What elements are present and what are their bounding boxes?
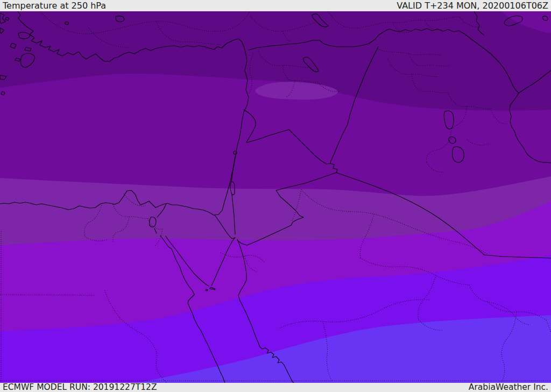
model-run-label: ECMWF MODEL RUN: 20191227T12Z [3, 383, 157, 392]
temperature-bands [0, 11, 551, 383]
map-canvas [0, 0, 551, 392]
brand-label: ArabiaWeather Inc. [469, 383, 548, 392]
valid-time-label: VALID T+234 MON, 20200106T06Z [397, 0, 548, 11]
header-bar: Temperature at 250 hPa VALID T+234 MON, … [0, 0, 551, 11]
footer-bar: ECMWF MODEL RUN: 20191227T12Z ArabiaWeat… [0, 383, 551, 392]
weather-map-product: Temperature at 250 hPa VALID T+234 MON, … [0, 0, 551, 392]
map-title: Temperature at 250 hPa [3, 0, 106, 11]
